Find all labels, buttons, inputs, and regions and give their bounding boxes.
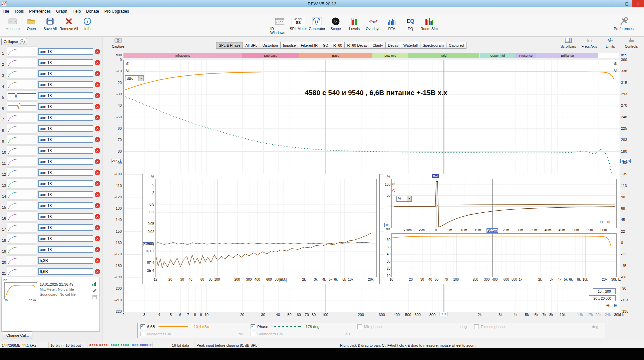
measurement-row-selected[interactable]: 22 20 20.0k 18.01.2025 21:36:49 Mic/Mete… xyxy=(2,277,99,301)
eq-button[interactable]: EQ EQ xyxy=(401,17,420,35)
measurement-name-input[interactable] xyxy=(38,92,93,99)
measure-button[interactable]: Measure xyxy=(3,17,22,31)
tab-impulse[interactable]: Impulse xyxy=(281,42,299,49)
rta-button[interactable]: RTA xyxy=(382,17,401,35)
measurement-row-14[interactable]: 14× xyxy=(0,189,102,200)
delete-measurement-button[interactable]: × xyxy=(95,159,100,164)
measurement-row-10[interactable]: 10× xyxy=(0,145,102,156)
measurement-row-1[interactable]: 1× xyxy=(0,46,102,57)
delete-measurement-button[interactable]: × xyxy=(95,247,100,252)
measurement-name-input[interactable] xyxy=(38,180,93,187)
menu-item-tools[interactable]: Tools xyxy=(12,8,26,15)
tab-rt60[interactable]: RT60 xyxy=(331,42,345,49)
scope-button[interactable]: Scope xyxy=(326,17,345,35)
close-button[interactable]: × xyxy=(632,0,644,7)
freq-axis-button[interactable]: Freq. Axis xyxy=(579,38,599,52)
delete-measurement-button[interactable]: × xyxy=(95,225,100,230)
measurement-name-input[interactable] xyxy=(38,147,93,154)
zoom-in-icon[interactable]: ⊕ xyxy=(614,61,618,66)
zoom-out-icon[interactable]: ⊖ xyxy=(614,68,618,72)
measurement-name-input[interactable] xyxy=(38,268,93,275)
measurement-name-input[interactable] xyxy=(38,224,93,231)
minimize-button[interactable]: – xyxy=(612,0,622,7)
tab-captured[interactable]: Captured xyxy=(446,42,466,49)
range-button-20-20000[interactable]: 20 .. 20 000 xyxy=(589,295,616,301)
measurement-name-input[interactable] xyxy=(38,246,93,253)
collapse-button[interactable]: Collapse « xyxy=(1,38,27,45)
preferences-button[interactable]: Preferences xyxy=(612,17,635,31)
delete-measurement-button[interactable]: × xyxy=(95,269,100,274)
zoom-in-icon[interactable]: ⊕ xyxy=(126,61,130,66)
measurement-row-18[interactable]: 18× xyxy=(0,233,102,244)
impulse-plot[interactable] xyxy=(391,179,617,228)
measurement-row-19[interactable]: 19× xyxy=(0,244,102,255)
tab-spectrogram[interactable]: Spectrogram xyxy=(420,42,446,49)
measurement-row-12[interactable]: 12× xyxy=(0,167,102,178)
distortion-plot[interactable] xyxy=(155,179,377,277)
measurement-name-input[interactable] xyxy=(38,235,93,242)
measurement-name-input[interactable] xyxy=(38,81,93,88)
measurement-row-13[interactable]: 13× xyxy=(0,178,102,189)
measurement-name-input[interactable] xyxy=(38,125,93,132)
zoom-in-icon[interactable]: ⊕ xyxy=(613,303,617,308)
measurement-name-input[interactable] xyxy=(38,257,93,264)
ir-windows-button[interactable]: IR Windows xyxy=(270,17,289,35)
info-button[interactable]: i Info xyxy=(78,17,97,31)
measurement-row-3[interactable]: 3× xyxy=(0,68,102,79)
levels-button[interactable]: Levels xyxy=(345,17,364,35)
delete-measurement-button[interactable]: × xyxy=(95,203,100,208)
measurement-name-input[interactable] xyxy=(38,191,93,198)
tab-distortion[interactable]: Distortion xyxy=(260,42,280,49)
zoom-in-icon[interactable]: ⊕ xyxy=(607,220,610,224)
delete-measurement-button[interactable]: × xyxy=(95,170,100,175)
limits-button[interactable]: Limits xyxy=(600,38,620,52)
checkbox-soundcard-cal[interactable] xyxy=(251,332,255,336)
impulse-inset-panel[interactable]: % Ref % ▼ -85 ⊕ ⊖ ⊖ ⊕ dB 100500-10m-5m05… xyxy=(384,174,619,284)
save-all-button[interactable]: Save All xyxy=(41,17,59,31)
tab-waterfall[interactable]: Waterfall xyxy=(401,42,420,49)
measurement-notes-area[interactable] xyxy=(2,301,99,331)
measurement-name-input[interactable] xyxy=(38,136,93,143)
measurement-row-5[interactable]: 5× xyxy=(0,90,102,101)
delete-measurement-button[interactable]: × xyxy=(95,115,100,120)
zoom-out-icon[interactable]: ⊖ xyxy=(126,68,130,72)
tab-decay[interactable]: Decay xyxy=(386,42,401,49)
measurement-name-input[interactable] xyxy=(38,70,93,77)
measurement-row-6[interactable]: 6× xyxy=(0,101,102,112)
zoom-in-icon[interactable]: ⊕ xyxy=(392,182,395,186)
measurement-name-input[interactable] xyxy=(38,213,93,220)
measurement-name-input[interactable] xyxy=(38,169,93,176)
zoom-out-icon[interactable]: ⊖ xyxy=(600,220,603,224)
measurement-row-7[interactable]: 7× xyxy=(0,112,102,123)
open-button[interactable]: Open xyxy=(22,17,41,31)
menu-item-preferences[interactable]: Preferences xyxy=(26,8,53,15)
impulse-unit-select[interactable]: % ▼ xyxy=(396,196,412,202)
delete-measurement-button[interactable]: × xyxy=(95,104,100,109)
room-sim-button[interactable]: Room Sim xyxy=(420,17,438,35)
delete-measurement-button[interactable]: × xyxy=(95,126,100,131)
scrollbars-button[interactable]: Scrollbars xyxy=(558,38,578,52)
measurement-name-input[interactable] xyxy=(38,103,93,110)
mini-chart-icon[interactable] xyxy=(92,282,97,287)
measurement-row-16[interactable]: 16× xyxy=(0,211,102,222)
checkbox-min-phase[interactable] xyxy=(357,324,362,329)
menu-item-help[interactable]: Help xyxy=(70,8,83,15)
measurement-row-21[interactable]: 21× xyxy=(0,266,102,277)
tab-rt60-decay[interactable]: RT60 Decay xyxy=(345,42,370,49)
measurement-name-input[interactable] xyxy=(38,202,93,209)
y-axis-unit-select[interactable]: dBu ▼ xyxy=(125,75,144,81)
delete-measurement-button[interactable]: × xyxy=(95,93,100,98)
menu-item-pro-upgrades[interactable]: Pro Upgrades xyxy=(102,8,132,15)
tab-spl-phase[interactable]: SPL & Phase xyxy=(216,42,243,49)
delete-measurement-button[interactable]: × xyxy=(95,71,100,76)
measurement-row-17[interactable]: 17× xyxy=(0,222,102,233)
measurement-row-9[interactable]: 9× xyxy=(0,134,102,145)
delete-measurement-button[interactable]: × xyxy=(95,49,100,54)
distortion-inset-panel[interactable]: % 3.4E-3 520,50,20,050,020,0050,0025E-42… xyxy=(142,174,380,284)
menu-item-graph[interactable]: Graph xyxy=(53,8,70,15)
checkbox-6-6в[interactable] xyxy=(140,324,145,329)
checkbox-mic-meter-cal[interactable] xyxy=(140,332,145,336)
capture-button[interactable]: Capture xyxy=(112,38,124,52)
tab-gd[interactable]: GD xyxy=(320,42,331,49)
delete-measurement-button[interactable]: × xyxy=(95,192,100,197)
